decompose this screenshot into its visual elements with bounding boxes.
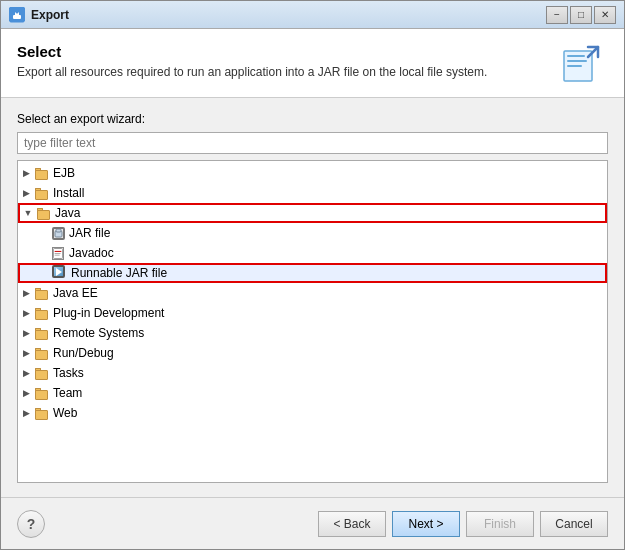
tree-item-web[interactable]: Web <box>18 403 607 423</box>
folder-icon-team <box>34 386 50 400</box>
tree-item-team[interactable]: Team <box>18 383 607 403</box>
folder-icon-tasks <box>34 366 50 380</box>
expand-install[interactable] <box>18 185 34 201</box>
export-dialog: Export − □ ✕ Select Export all resources… <box>0 0 625 550</box>
tree-item-ejb[interactable]: EJB <box>18 163 607 183</box>
title-bar-buttons: − □ ✕ <box>546 6 616 24</box>
label-java: Java <box>55 206 80 220</box>
folder-icon-plugin-dev <box>34 306 50 320</box>
tree-item-plugin-dev[interactable]: Plug-in Development <box>18 303 607 323</box>
label-javadoc: Javadoc <box>69 246 114 260</box>
help-button[interactable]: ? <box>17 510 45 538</box>
label-web: Web <box>53 406 77 420</box>
folder-icon-java-ee <box>34 286 50 300</box>
label-install: Install <box>53 186 84 200</box>
window-icon <box>9 7 25 23</box>
label-runnable-jar: Runnable JAR file <box>71 266 167 280</box>
folder-icon-java <box>36 206 52 220</box>
navigation-buttons: < Back Next > Finish Cancel <box>318 511 608 537</box>
expand-ejb[interactable] <box>18 165 34 181</box>
title-bar: Export − □ ✕ <box>1 1 624 29</box>
tree-item-jar-file[interactable]: JAR file <box>18 223 607 243</box>
button-bar: ? < Back Next > Finish Cancel <box>1 497 624 549</box>
svg-rect-5 <box>567 60 587 62</box>
header-content: Select Export all resources required to … <box>17 43 550 81</box>
content-label: Select an export wizard: <box>17 112 608 126</box>
tree-item-java-ee[interactable]: Java EE <box>18 283 607 303</box>
javadoc-icon <box>50 245 66 261</box>
tree-item-install[interactable]: Install <box>18 183 607 203</box>
label-team: Team <box>53 386 82 400</box>
expand-runnable-jar <box>36 265 52 281</box>
expand-jar <box>34 225 50 241</box>
expand-javadoc <box>34 245 50 261</box>
header-title: Select <box>17 43 550 60</box>
svg-rect-6 <box>567 65 582 67</box>
folder-icon-ejb <box>34 166 50 180</box>
window-title: Export <box>31 8 546 22</box>
filter-input[interactable] <box>17 132 608 154</box>
tree-container: EJB Install <box>17 160 608 483</box>
tree-item-java[interactable]: Java <box>18 203 607 223</box>
expand-remote-systems[interactable] <box>18 325 34 341</box>
svg-rect-4 <box>567 55 585 57</box>
dialog-header: Select Export all resources required to … <box>1 29 624 98</box>
svg-rect-9 <box>56 229 61 232</box>
tree-item-runnable-jar[interactable]: Runnable JAR file <box>18 263 607 283</box>
label-ejb: EJB <box>53 166 75 180</box>
cancel-button[interactable]: Cancel <box>540 511 608 537</box>
label-java-ee: Java EE <box>53 286 98 300</box>
jar-file-icon <box>50 225 66 241</box>
tree-item-javadoc[interactable]: Javadoc <box>18 243 607 263</box>
finish-button[interactable]: Finish <box>466 511 534 537</box>
next-button[interactable]: Next > <box>392 511 460 537</box>
tree-item-run-debug[interactable]: Run/Debug <box>18 343 607 363</box>
label-tasks: Tasks <box>53 366 84 380</box>
expand-run-debug[interactable] <box>18 345 34 361</box>
folder-icon-web <box>34 406 50 420</box>
minimize-button[interactable]: − <box>546 6 568 24</box>
back-button[interactable]: < Back <box>318 511 386 537</box>
maximize-button[interactable]: □ <box>570 6 592 24</box>
close-button[interactable]: ✕ <box>594 6 616 24</box>
tree-scroll[interactable]: EJB Install <box>18 161 607 482</box>
expand-tasks[interactable] <box>18 365 34 381</box>
folder-icon-remote-systems <box>34 326 50 340</box>
tree-item-tasks[interactable]: Tasks <box>18 363 607 383</box>
expand-web[interactable] <box>18 405 34 421</box>
expand-plugin-dev[interactable] <box>18 305 34 321</box>
expand-java[interactable] <box>20 205 36 221</box>
folder-icon-run-debug <box>34 346 50 360</box>
label-run-debug: Run/Debug <box>53 346 114 360</box>
expand-java-ee[interactable] <box>18 285 34 301</box>
folder-icon-install <box>34 186 50 200</box>
expand-team[interactable] <box>18 385 34 401</box>
svg-point-2 <box>16 10 19 13</box>
header-description: Export all resources required to run an … <box>17 64 550 81</box>
content-area: Select an export wizard: EJB <box>1 98 624 497</box>
header-icon <box>560 43 608 85</box>
label-remote-systems: Remote Systems <box>53 326 144 340</box>
runnable-jar-icon <box>52 265 68 281</box>
label-plugin-dev: Plug-in Development <box>53 306 164 320</box>
label-jar-file: JAR file <box>69 226 110 240</box>
tree-item-remote-systems[interactable]: Remote Systems <box>18 323 607 343</box>
